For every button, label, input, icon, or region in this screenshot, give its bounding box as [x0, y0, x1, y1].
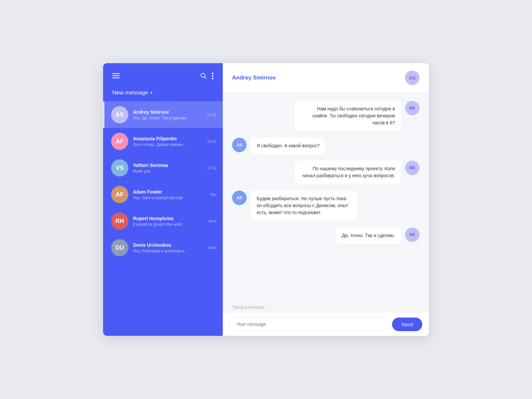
contact-item-rupert[interactable]: RH Rupert Humphries It would be great if… — [103, 208, 223, 234]
contact-avatar: DU — [111, 239, 128, 256]
sidebar-header-icons — [200, 72, 213, 81]
svg-point-5 — [212, 72, 213, 74]
avatar-initials: AF — [111, 133, 128, 150]
message-bubble: Я свободен. А какой вопрос? — [251, 138, 326, 154]
app-container: New message + AS Andrey Smirnov You: Да,… — [103, 63, 429, 336]
contact-item-valtteri[interactable]: VS Valtteri Serimaa thank you 17:16 — [103, 155, 223, 181]
avatar-initials: AS — [111, 106, 128, 123]
contact-item-andrey[interactable]: AS Andrey Smirnov You: Да, точно. Так и … — [103, 101, 223, 128]
contact-time: Thu — [210, 193, 216, 197]
typing-indicator: Typing a message... — [223, 304, 429, 312]
message-avatar-initials: AS — [232, 191, 247, 205]
svg-rect-2 — [112, 77, 120, 78]
contact-name: Valtteri Serimaa — [133, 163, 204, 168]
contact-info: Adam Fowler You: Sent a contract by mail — [133, 189, 207, 200]
avatar-initials: RH — [111, 212, 128, 230]
message-avatar: ME — [405, 101, 420, 115]
contact-time: 17:16 — [207, 166, 216, 170]
message-avatar-initials: ME — [405, 101, 420, 115]
contact-name: Anastasia Filipenko — [133, 136, 204, 141]
svg-line-4 — [204, 77, 206, 78]
contact-avatar: AF — [111, 133, 128, 150]
svg-rect-0 — [112, 73, 120, 74]
message-row-3: ME По нашему последнему проекту. Коля на… — [232, 161, 420, 184]
new-message-button[interactable]: New message + — [103, 87, 223, 101]
contact-avatar: AF — [111, 186, 128, 203]
contact-item-adam[interactable]: AF Adam Fowler You: Sent a contract by m… — [103, 181, 223, 208]
more-icon[interactable] — [212, 72, 213, 81]
chat-input-area: Send — [223, 312, 429, 336]
chat-messages: ME Нам надо бы созвониться сегодня в ска… — [223, 93, 429, 304]
contact-name: Andrey Smirnov — [133, 109, 204, 115]
message-avatar: AS — [232, 191, 247, 205]
contact-avatar: AS — [111, 106, 128, 123]
contact-avatar: RH — [111, 212, 128, 230]
message-avatar: AS — [232, 138, 247, 152]
contact-item-anastasia[interactable]: AF Anastasia Filipenko Лого готово. Дела… — [103, 128, 223, 155]
message-bubble: По нашему последнему проекту. Коля начал… — [295, 161, 401, 184]
svg-point-7 — [212, 77, 213, 79]
contact-info: Andrey Smirnov You: Да, точно. Так и сде… — [133, 109, 204, 120]
message-row-5: ME Да, точно. Так и сделаю. — [232, 227, 420, 244]
contact-info: Valtteri Serimaa thank you — [133, 163, 204, 174]
contact-name: Rupert Humphries — [133, 216, 206, 221]
svg-rect-1 — [112, 75, 120, 76]
contact-time: 10:31 — [207, 139, 216, 143]
message-bubble: Да, точно. Так и сделаю. — [336, 227, 401, 244]
contact-name: Adam Fowler — [133, 189, 207, 195]
message-row-2: AS Я свободен. А какой вопрос? — [232, 138, 420, 154]
contact-info: Denis Urchenkoo You: Работаем в штатном … — [133, 242, 206, 253]
message-avatar-initials: ME — [405, 227, 420, 242]
message-avatar: ME — [405, 161, 420, 175]
message-avatar-initials: ME — [405, 161, 420, 175]
sidebar-header — [103, 63, 223, 87]
message-avatar: ME — [405, 227, 420, 242]
search-icon[interactable] — [200, 73, 206, 80]
sidebar: New message + AS Andrey Smirnov You: Да,… — [103, 63, 223, 336]
contact-preview: Лого готово. Делаю презен... — [133, 142, 204, 147]
contact-time: 17:16 — [207, 113, 216, 117]
message-input[interactable] — [229, 317, 388, 331]
contact-preview: You: Работаем в штатном р... — [133, 249, 206, 253]
chat-contact-name: Andrey Smirnov — [232, 74, 276, 81]
chat-header: Andrey Smirnov AS — [223, 63, 429, 93]
send-button[interactable]: Send — [392, 318, 422, 331]
svg-point-6 — [212, 75, 213, 77]
contact-avatar: VS — [111, 159, 128, 177]
contact-preview: It would be great if the work... — [133, 222, 206, 227]
message-bubble: Будем разбираться. Но лучше пусть пока о… — [251, 191, 357, 221]
contact-info: Rupert Humphries It would be great if th… — [133, 216, 206, 227]
contact-info: Anastasia Filipenko Лого готово. Делаю п… — [133, 136, 204, 147]
avatar-initials: AF — [111, 186, 128, 203]
avatar-initials: DU — [111, 239, 128, 256]
contact-list: AS Andrey Smirnov You: Да, точно. Так и … — [103, 101, 223, 336]
contact-name: Denis Urchenkoo — [133, 242, 206, 248]
contact-preview: You: Sent a contract by mail — [133, 196, 207, 200]
contact-preview: You: Да, точно. Так и сделаю. — [133, 116, 204, 120]
message-bubble: Нам надо бы созвониться сегодня в скайпе… — [295, 101, 401, 131]
contact-preview: thank you — [133, 169, 204, 174]
avatar-initials: VS — [111, 159, 128, 177]
contact-time: Wed — [209, 246, 216, 250]
message-row-4: AS Будем разбираться. Но лучше пусть пок… — [232, 191, 420, 221]
chat-panel: Andrey Smirnov AS ME Нам надо бы созвони… — [223, 63, 429, 336]
message-avatar-initials: AS — [232, 138, 247, 152]
contact-item-denis[interactable]: DU Denis Urchenkoo You: Работаем в штатн… — [103, 234, 223, 261]
message-row-1: ME Нам надо бы созвониться сегодня в ска… — [232, 101, 420, 131]
contact-time: Wed — [209, 219, 216, 223]
menu-icon[interactable] — [112, 73, 120, 80]
chat-header-avatar: AS — [405, 70, 420, 85]
